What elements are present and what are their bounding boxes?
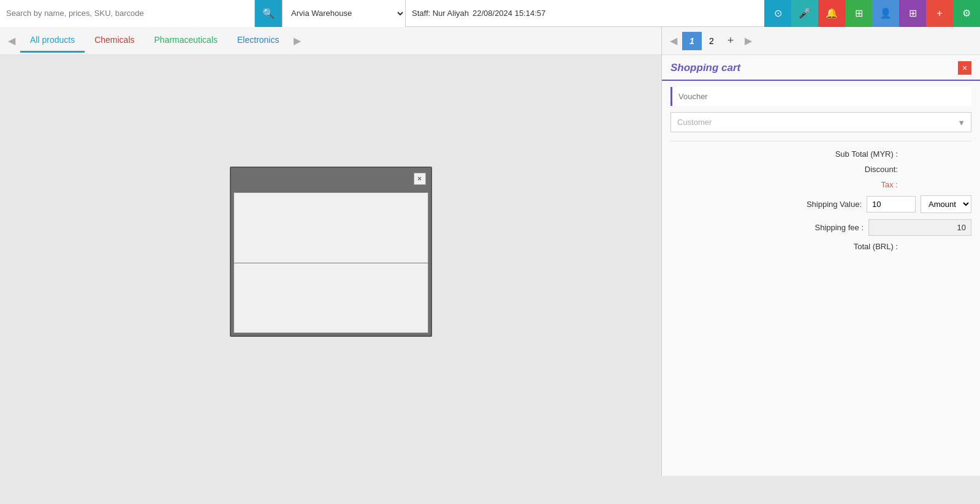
tabs-next-arrow[interactable]: ▶ (289, 28, 306, 55)
shipping-value-label: Shipping Value: (800, 200, 862, 209)
settings-icon-button[interactable]: ⚙ (953, 0, 980, 27)
search-input[interactable] (0, 0, 255, 27)
tax-row: Tax : (670, 177, 971, 192)
sub-total-label: Sub Total (MYR) : (824, 149, 898, 159)
tab-electronics[interactable]: Electronics (227, 29, 289, 53)
page-2[interactable]: 2 (702, 32, 721, 50)
shipping-value-input[interactable] (867, 196, 916, 213)
tab-pharmaceuticals[interactable]: Pharmaceuticals (145, 29, 228, 53)
shipping-fee-row: Shipping fee : 10 (670, 216, 971, 239)
grid4-icon-button[interactable]: ⊞ (845, 0, 872, 27)
discount-label: Discount: (824, 165, 898, 174)
warehouse-select-wrap: Arvia Warehouse (282, 0, 405, 27)
pagination-bar: ◀ 1 2 + ▶ (662, 27, 980, 55)
main-layout: ◀ All products Chemicals Pharmaceuticals… (0, 27, 980, 476)
page-prev-arrow[interactable]: ◀ (665, 28, 682, 55)
total-label: Total (BRL) : (824, 242, 898, 251)
topbar-icons: ⊙ 🎤 🔔 ⊞ 👤 ⊞ + ⚙ (764, 0, 980, 27)
tab-chemicals[interactable]: Chemicals (85, 29, 144, 53)
nav-tabs-bar: ◀ All products Chemicals Pharmaceuticals… (0, 27, 661, 55)
modal-close-button[interactable]: × (414, 173, 426, 185)
shipping-fee-value: 10 (868, 219, 971, 236)
modal-red-line (234, 263, 428, 263)
product-area: ◀ All products Chemicals Pharmaceuticals… (0, 27, 661, 476)
plus-icon-button[interactable]: + (926, 0, 953, 27)
search-area: 🔍 (0, 0, 282, 27)
sub-total-row: Sub Total (MYR) : (670, 146, 971, 162)
mic-icon-button[interactable]: 🎤 (791, 0, 818, 27)
staff-info: Staff: Nur Aliyah 22/08/2024 15:14:57 (405, 0, 552, 27)
discount-row: Discount: (670, 162, 971, 177)
voucher-input[interactable] (670, 87, 971, 106)
page-1[interactable]: 1 (682, 32, 702, 50)
user-icon-button[interactable]: 👤 (872, 0, 899, 27)
page-add-button[interactable]: + (721, 32, 740, 50)
circle-icon-button[interactable]: ⊙ (764, 0, 791, 27)
tab-all-products[interactable]: All products (20, 29, 85, 53)
sidebar: ◀ 1 2 + ▶ Shopping cart × Customer ▼ Sub… (661, 27, 980, 476)
page-next-arrow[interactable]: ▶ (740, 28, 757, 55)
modal-body (234, 192, 428, 333)
staff-label: Staff: Nur Aliyah (412, 9, 469, 18)
modal-titlebar: × (231, 168, 431, 190)
tabs-prev-arrow[interactable]: ◀ (3, 28, 20, 55)
search-button[interactable]: 🔍 (255, 0, 282, 27)
cart-divider-1 (670, 141, 971, 141)
warehouse-select[interactable]: Arvia Warehouse (283, 0, 405, 27)
cart-close-button[interactable]: × (958, 61, 971, 75)
cart-header: Shopping cart × (662, 55, 980, 81)
shipping-fee-label: Shipping fee : (802, 223, 864, 232)
customer-select[interactable]: Customer (670, 112, 971, 132)
cart-title: Shopping cart (670, 62, 740, 74)
shipping-value-row: Shipping Value: Amount Percent (670, 192, 971, 216)
tax-label: Tax : (824, 180, 898, 189)
search-icon: 🔍 (262, 7, 275, 19)
customer-select-wrap: Customer ▼ (670, 112, 971, 132)
modal-overlay: × (0, 27, 661, 476)
topbar: 🔍 Arvia Warehouse Staff: Nur Aliyah 22/0… (0, 0, 980, 27)
bell-icon-button[interactable]: 🔔 (818, 0, 845, 27)
total-row: Total (BRL) : (670, 239, 971, 254)
apps-icon-button[interactable]: ⊞ (899, 0, 926, 27)
cart-body: Customer ▼ Sub Total (MYR) : Discount: T… (662, 81, 980, 476)
datetime-label: 22/08/2024 15:14:57 (473, 9, 545, 18)
shipping-type-select[interactable]: Amount Percent (921, 195, 971, 213)
modal-window: × (230, 167, 432, 337)
